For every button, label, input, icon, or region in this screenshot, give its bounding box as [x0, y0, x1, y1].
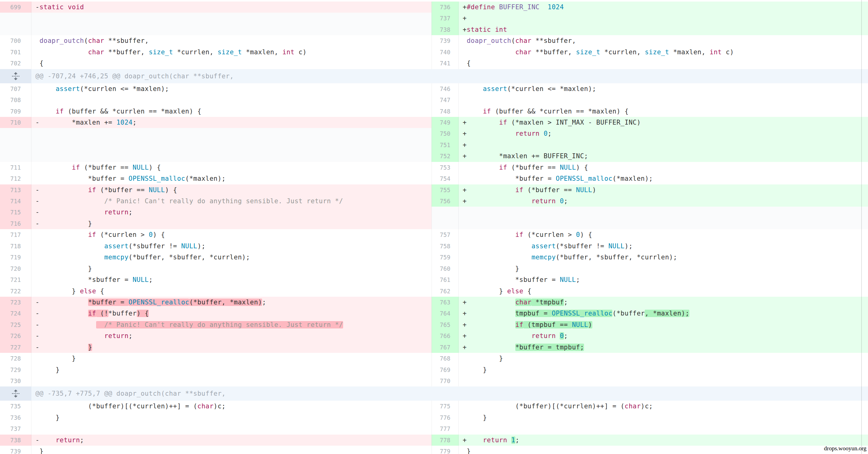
code-token: (*currlen >: [96, 231, 149, 238]
expand-hunk-button[interactable]: [0, 387, 31, 401]
code-token: int: [710, 49, 722, 56]
code-token: }: [35, 414, 60, 421]
code-line-right: [459, 218, 868, 229]
diff-row: 701 char **buffer, size_t *currlen, size…: [0, 47, 868, 58]
line-number-left[interactable]: 727: [0, 342, 31, 353]
line-number-left[interactable]: 711: [0, 162, 31, 173]
code-token: char: [88, 37, 104, 45]
line-number-right[interactable]: 778: [432, 434, 459, 446]
code-line-right: (*buffer)[(*currlen)++] = (char)c;: [459, 401, 868, 412]
code-line-left: - if (*buffer == NULL) {: [31, 185, 432, 196]
code-line-left: [31, 24, 432, 35]
line-number-left[interactable]: 730: [0, 375, 31, 387]
line-number-left[interactable]: 717: [0, 229, 31, 240]
line-number-left: [0, 24, 31, 35]
line-number-right[interactable]: 740: [432, 47, 459, 58]
line-number-right[interactable]: 763: [432, 297, 459, 308]
line-number-right[interactable]: 748: [432, 106, 459, 117]
code-token: }: [463, 448, 471, 454]
line-number-right[interactable]: 738: [432, 24, 459, 35]
line-number-right[interactable]: 753: [432, 162, 459, 173]
line-number-left[interactable]: 710: [0, 117, 31, 128]
line-number-right[interactable]: 739: [432, 35, 459, 46]
line-number-right[interactable]: 770: [432, 375, 459, 387]
line-number-left[interactable]: 716: [0, 218, 31, 229]
line-number-right[interactable]: 750: [432, 128, 459, 139]
code-token: assert: [531, 243, 556, 250]
line-number-right[interactable]: 760: [432, 263, 459, 274]
line-number-right[interactable]: 741: [432, 58, 459, 69]
code-token: [463, 49, 515, 56]
code-line-left: -static void: [31, 2, 432, 12]
line-number-right[interactable]: 755: [432, 185, 459, 196]
line-number-left[interactable]: 739: [0, 446, 31, 454]
line-number-left[interactable]: 714: [0, 196, 31, 207]
line-number-left[interactable]: 738: [0, 434, 31, 446]
line-number-right[interactable]: 757: [432, 229, 459, 240]
line-number-left[interactable]: 715: [0, 207, 31, 218]
line-number-right[interactable]: 776: [432, 412, 459, 423]
line-number-left[interactable]: 736: [0, 412, 31, 423]
line-number-left[interactable]: 725: [0, 319, 31, 330]
line-number-right[interactable]: 777: [432, 423, 459, 434]
code-token: -: [35, 436, 56, 444]
code-token: (*sbuffer !=: [556, 243, 608, 250]
code-token: (*buffer ==: [80, 164, 133, 171]
line-number-right[interactable]: 746: [432, 83, 459, 94]
line-number-left[interactable]: 720: [0, 263, 31, 274]
line-number-right[interactable]: 759: [432, 252, 459, 263]
line-number-right[interactable]: 765: [432, 319, 459, 330]
line-number-left[interactable]: 719: [0, 252, 31, 263]
line-number-left[interactable]: 699: [0, 2, 31, 12]
line-number-right[interactable]: 761: [432, 274, 459, 285]
line-number-right[interactable]: 736: [432, 2, 459, 12]
code-token: [463, 37, 467, 45]
line-number-right[interactable]: 754: [432, 173, 459, 184]
line-number-left[interactable]: 724: [0, 308, 31, 319]
line-number-right[interactable]: 751: [432, 139, 459, 150]
line-number-right[interactable]: 749: [432, 117, 459, 128]
line-number-right[interactable]: 769: [432, 364, 459, 375]
code-line-right: +: [459, 139, 868, 150]
code-line-right: } else {: [459, 286, 868, 297]
code-token: (*sbuffer !=: [128, 243, 181, 250]
line-number-left[interactable]: 726: [0, 330, 31, 341]
line-number-right[interactable]: 756: [432, 196, 459, 207]
line-number-left[interactable]: 722: [0, 286, 31, 297]
diff-row: 735 (*buffer)[(*currlen)++] = (char)c;77…: [0, 401, 868, 412]
line-number-right[interactable]: 737: [432, 12, 459, 24]
line-number-left[interactable]: 707: [0, 83, 31, 94]
line-number-left[interactable]: 709: [0, 106, 31, 117]
line-number-right[interactable]: 762: [432, 286, 459, 297]
line-number-right[interactable]: 752: [432, 150, 459, 162]
line-number-left[interactable]: 728: [0, 353, 31, 364]
line-number-right[interactable]: 764: [432, 308, 459, 319]
line-number-left: [0, 150, 31, 162]
line-number-right[interactable]: 758: [432, 240, 459, 252]
line-number-left[interactable]: 702: [0, 58, 31, 69]
line-number-left[interactable]: 729: [0, 364, 31, 375]
code-line-right: *sbuffer = NULL;: [459, 274, 868, 285]
line-number-right[interactable]: 779: [432, 446, 459, 454]
line-number-right[interactable]: 768: [432, 353, 459, 364]
line-number-left[interactable]: 708: [0, 94, 31, 106]
line-number-left[interactable]: 701: [0, 47, 31, 58]
line-number-left[interactable]: 723: [0, 297, 31, 308]
line-number-left[interactable]: 721: [0, 274, 31, 285]
line-number-right[interactable]: 775: [432, 401, 459, 412]
line-number-left[interactable]: 735: [0, 401, 31, 412]
code-line-left: char **buffer, size_t *currlen, size_t *…: [31, 47, 432, 58]
line-number-right[interactable]: 766: [432, 330, 459, 341]
code-token: -: [35, 310, 88, 317]
line-number-left[interactable]: 718: [0, 240, 31, 252]
code-token: ;: [149, 276, 153, 283]
line-number-left[interactable]: 712: [0, 173, 31, 184]
code-token: ;: [564, 299, 568, 306]
line-number-right[interactable]: 767: [432, 342, 459, 353]
line-number-left[interactable]: 700: [0, 35, 31, 46]
line-number-right[interactable]: 747: [432, 94, 459, 106]
code-token: return: [104, 208, 128, 216]
line-number-left[interactable]: 737: [0, 423, 31, 434]
line-number-left[interactable]: 713: [0, 185, 31, 196]
expand-hunk-button[interactable]: [0, 69, 31, 83]
